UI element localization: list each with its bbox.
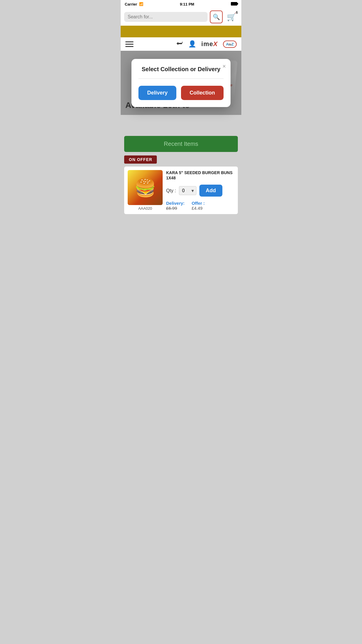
status-bar-time: 9:11 PM bbox=[180, 2, 194, 6]
offer-pricing-label: Offer : bbox=[191, 201, 205, 206]
product-image-wrapper: 🍔 AAA020 bbox=[128, 170, 163, 211]
burger-icon: 🍔 bbox=[128, 170, 163, 205]
basket-button[interactable]: 🛒 6 bbox=[225, 10, 238, 23]
gold-banner bbox=[121, 26, 241, 37]
delivery-pricing-value: £6.99 bbox=[166, 206, 184, 211]
search-button[interactable]: 🔍 bbox=[210, 10, 223, 23]
qty-label: Qty : bbox=[166, 188, 176, 193]
logout-icon: ⮨ bbox=[177, 40, 183, 48]
product-image: 🍔 bbox=[128, 170, 163, 205]
nav-bar: ⮨ 👤 imeX AtoZ bbox=[121, 37, 241, 51]
hamburger-line-1 bbox=[125, 41, 133, 42]
recent-items-banner[interactable]: Recent Items bbox=[124, 136, 238, 152]
qty-select-wrapper[interactable]: 0 1 2 3 4 5 ▼ bbox=[179, 186, 196, 195]
search-input-wrapper[interactable] bbox=[124, 12, 208, 22]
modal-overlay: × Select Collection or Delivery Delivery… bbox=[121, 51, 241, 115]
wifi-icon: 📶 bbox=[139, 2, 143, 6]
delivery-pricing: Delivery: £6.99 bbox=[166, 201, 184, 211]
product-card: 🍔 AAA020 KARA 5" SEEDED BURGER BUNS 1x48… bbox=[124, 167, 238, 214]
profile-button[interactable]: 👤 bbox=[188, 40, 196, 48]
search-bar: 🔍 🛒 6 bbox=[121, 8, 241, 26]
search-icon: 🔍 bbox=[213, 13, 220, 20]
basket-count: 6 bbox=[236, 10, 238, 15]
atoz-badge[interactable]: AtoZ bbox=[223, 41, 237, 48]
delivery-pricing-label: Delivery: bbox=[166, 201, 184, 206]
recent-items-label: Recent Items bbox=[164, 141, 198, 147]
modal-buttons: Delivery Collection bbox=[138, 86, 224, 100]
on-offer-badge: ON OFFER bbox=[124, 155, 157, 164]
hamburger-line-2 bbox=[125, 44, 133, 45]
offer-pricing: Offer : £4.49 bbox=[191, 201, 205, 211]
carrier-label: Carrier bbox=[125, 2, 137, 6]
delivery-button[interactable]: Delivery bbox=[138, 86, 176, 100]
offer-pricing-value: £4.49 bbox=[191, 206, 205, 211]
status-bar-left: Carrier 📶 bbox=[125, 2, 143, 6]
basket-icon: 🛒 bbox=[227, 13, 236, 22]
collection-button[interactable]: Collection bbox=[181, 86, 224, 100]
modal-divider bbox=[138, 78, 224, 79]
hero-spacer bbox=[121, 115, 241, 132]
logout-button[interactable]: ⮨ bbox=[177, 40, 183, 48]
product-info: KARA 5" SEEDED BURGER BUNS 1x48 Qty : 0 … bbox=[166, 170, 234, 211]
battery-icon bbox=[231, 2, 237, 6]
hamburger-line-3 bbox=[125, 46, 133, 47]
content-area: Recent Items ON OFFER 🍔 AAA020 KARA 5" S… bbox=[121, 115, 241, 218]
qty-select[interactable]: 0 1 2 3 4 5 bbox=[179, 186, 196, 195]
nav-icons: ⮨ 👤 imeX AtoZ bbox=[177, 40, 237, 48]
status-bar: Carrier 📶 9:11 PM bbox=[121, 0, 241, 8]
profile-icon: 👤 bbox=[188, 40, 196, 48]
modal-title: Select Collection or Delivery bbox=[138, 66, 224, 73]
pricing-row: Delivery: £6.99 Offer : £4.49 bbox=[166, 201, 234, 211]
product-code: AAA020 bbox=[138, 206, 152, 211]
product-name: KARA 5" SEEDED BURGER BUNS 1x48 bbox=[166, 170, 234, 181]
overlay-region: Available 26th to zero SUGAR Coca-Cola N… bbox=[121, 51, 241, 115]
product-section: ON OFFER 🍔 AAA020 KARA 5" SEEDED BURGER … bbox=[121, 155, 241, 218]
imex-logo: imeX bbox=[201, 40, 218, 48]
search-input[interactable] bbox=[128, 14, 204, 20]
modal-dialog: × Select Collection or Delivery Delivery… bbox=[131, 59, 231, 107]
battery-indicator bbox=[231, 2, 237, 6]
hamburger-menu-button[interactable] bbox=[125, 41, 133, 47]
add-button[interactable]: Add bbox=[199, 185, 222, 197]
modal-close-button[interactable]: × bbox=[222, 63, 226, 70]
qty-row: Qty : 0 1 2 3 4 5 ▼ Ad bbox=[166, 185, 234, 197]
